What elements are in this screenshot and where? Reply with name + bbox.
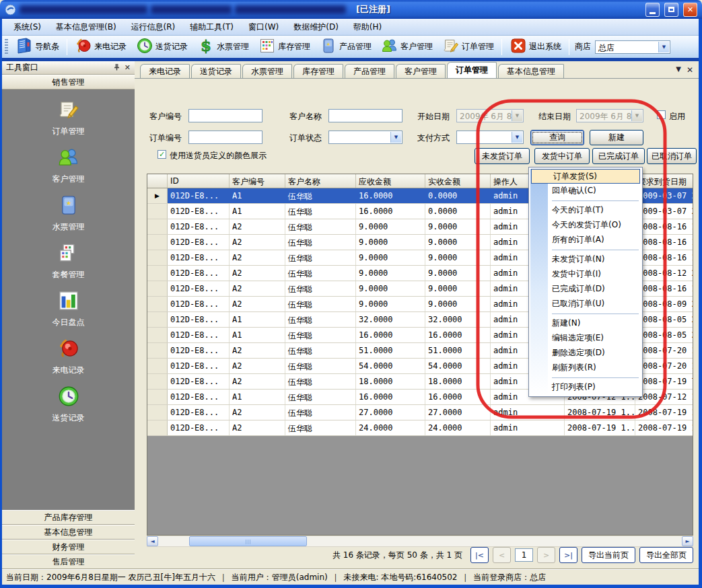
sidebar-item-bar-chart[interactable]: 今日盘点	[2, 289, 135, 328]
menubar-item[interactable]: 运行信息(R)	[124, 20, 183, 35]
page-number-input[interactable]	[515, 548, 533, 562]
context-menu-item[interactable]: 打印列表(P)	[530, 380, 641, 395]
context-menu-item[interactable]: 所有的订单(A)	[530, 233, 641, 248]
statusbar-segment: 未接来电: 本地号码:61640502	[344, 572, 458, 583]
context-menu-item[interactable]: 已取消订单(U)	[530, 297, 641, 311]
first-page-button[interactable]: |<	[470, 547, 489, 563]
toolbar-button-product-card[interactable]: ★产品管理	[315, 36, 376, 58]
sidebar-item-delivery-clock[interactable]: 送货记录	[2, 385, 135, 424]
grid-column-header[interactable]: 客户名称	[285, 174, 356, 188]
export-current-page-button[interactable]: 导出当前页	[582, 547, 635, 563]
shop-select[interactable]: 总店▼	[595, 40, 670, 54]
row-selector-cell	[147, 219, 168, 234]
context-menu-item[interactable]: 回单确认(C)	[530, 184, 641, 198]
tab-水票管理[interactable]: 水票管理	[242, 64, 292, 78]
context-menu-item[interactable]: 刷新列表(R)	[530, 361, 641, 375]
enable-checkbox[interactable]	[657, 110, 666, 119]
customer-name-label: 客户名称	[289, 111, 322, 122]
toolbar-button-inventory-grid[interactable]: 库存管理	[254, 36, 315, 58]
grid-column-header[interactable]: 实收金额	[425, 174, 491, 188]
toolbar-button-dollar[interactable]: $水票管理	[192, 36, 254, 58]
grid-column-header[interactable]: 要求到货日期	[635, 174, 693, 188]
end-date-picker[interactable]: 2009年 6月 8日 ▼	[576, 109, 643, 122]
tab-订单管理[interactable]: 订单管理	[447, 62, 497, 78]
sidebar-section-button[interactable]: 财务管理	[2, 540, 135, 554]
order-no-input[interactable]	[188, 131, 262, 144]
table-row[interactable]: 012D-E8...A2伍华聪27.000027.0000admin2008-0…	[147, 405, 693, 420]
context-menu-item[interactable]: 编辑选定项(E)	[530, 331, 641, 346]
deliveryman-color-checkbox[interactable]: ✓	[157, 150, 166, 159]
next-page-button[interactable]: >	[537, 547, 555, 563]
order-context-menu: 订单发货(S)回单确认(C)今天的订单(T)今天的发货订单(O)所有的订单(A)…	[528, 167, 643, 397]
toolbar-button-exit[interactable]: 退出系统	[505, 36, 566, 58]
grid-column-header[interactable]: 应收金额	[356, 174, 425, 188]
query-button[interactable]: 查询	[530, 130, 584, 145]
context-menu-item[interactable]: 已完成订单(D)	[530, 282, 641, 297]
status-filter-button[interactable]: 发货中订单	[534, 148, 590, 164]
status-filter-button[interactable]: 未发货订单	[475, 148, 530, 164]
prev-page-button[interactable]: <	[493, 547, 511, 563]
sidebar-section-button[interactable]: 售后管理	[2, 554, 135, 569]
payment-select[interactable]: ▼	[456, 131, 524, 144]
sidebar-item-package-grid[interactable]: 套餐管理	[2, 242, 135, 281]
menubar-item[interactable]: 帮助(H)	[346, 20, 389, 35]
table-cell: A2	[230, 297, 285, 311]
sidebar-section-button[interactable]: 基本信息管理	[2, 525, 135, 540]
context-menu-item[interactable]: 发货中订单(I)	[530, 267, 641, 282]
menubar-item[interactable]: 数据维护(D)	[286, 20, 346, 35]
table-cell: 24.0000	[356, 420, 425, 435]
context-menu-item[interactable]: 今天的发货订单(O)	[530, 218, 641, 233]
menubar-item[interactable]: 辅助工具(T)	[182, 20, 241, 35]
sidebar-section-header[interactable]: 销售管理	[2, 75, 135, 89]
sidebar-close-icon[interactable]: ✕	[125, 64, 131, 71]
customer-no-input[interactable]	[188, 109, 262, 122]
status-filter-button[interactable]: 已取消订单	[647, 148, 697, 164]
sidebar-item-order-pen[interactable]: 订单管理	[2, 98, 135, 137]
title-bar: [已注册] ✕	[0, 0, 702, 19]
last-page-button[interactable]: >|	[559, 547, 577, 563]
menubar-item[interactable]: 基本信息管理(B)	[48, 20, 124, 35]
context-menu-item[interactable]: 删除选定项(D)	[530, 346, 641, 361]
toolbar-button-order-pen[interactable]: 订单管理	[437, 36, 499, 58]
tab-库存管理[interactable]: 库存管理	[293, 64, 343, 78]
status-filter-button[interactable]: 已完成订单	[592, 148, 645, 164]
masked-title-segment	[235, 5, 346, 14]
menubar-item[interactable]: 窗口(W)	[241, 20, 286, 35]
context-menu-item[interactable]: 新建(N)	[530, 316, 641, 331]
sidebar-section-button[interactable]: 产品库存管理	[2, 510, 135, 525]
minimize-button[interactable]	[645, 3, 660, 17]
maximize-button[interactable]	[664, 3, 678, 17]
customer-name-input[interactable]	[328, 109, 402, 122]
statusbar-separator: ｜	[461, 572, 469, 583]
table-cell: 0.0000	[425, 188, 491, 203]
tab-dropdown-icon[interactable]: ▼	[676, 65, 681, 73]
toolbar-button-customers[interactable]: 客户管理	[376, 36, 437, 58]
context-menu-item[interactable]: 订单发货(S)	[531, 169, 640, 184]
sidebar-item-water-card[interactable]: ★水票管理	[2, 194, 135, 233]
chevron-down-icon: ▼	[390, 132, 401, 143]
sidebar-item-customers[interactable]: 客户管理	[2, 146, 135, 185]
table-row[interactable]: 012D-E8...A2伍华聪24.000024.0000admin2008-0…	[147, 420, 693, 436]
toolbar-button-alarm-bell[interactable]: 来电记录	[70, 36, 131, 58]
export-all-pages-button[interactable]: 导出全部页	[639, 547, 693, 563]
sidebar-item-alarm-bell[interactable]: 来电记录	[2, 337, 135, 376]
grid-column-header[interactable]: 客户编号	[230, 174, 285, 188]
tab-送货记录[interactable]: 送货记录	[191, 64, 241, 78]
tab-客户管理[interactable]: 客户管理	[396, 64, 446, 78]
new-button[interactable]: 新建	[590, 130, 643, 145]
start-date-picker[interactable]: 2009年 6月 8日 ▼	[456, 109, 524, 122]
order-status-select[interactable]: ▼	[328, 131, 402, 144]
tab-来电记录[interactable]: 来电记录	[140, 64, 190, 78]
tab-close-icon[interactable]: ✕	[687, 65, 693, 75]
menubar-item[interactable]: 系统(S)	[6, 20, 48, 35]
tab-产品管理[interactable]: 产品管理	[345, 64, 394, 78]
pin-icon[interactable]	[113, 63, 120, 72]
context-menu-item[interactable]: 今天的订单(T)	[530, 203, 641, 218]
tab-基本信息管理[interactable]: 基本信息管理	[498, 64, 564, 78]
chevron-down-icon[interactable]: ▼	[658, 42, 669, 52]
toolbar-button-navigator-book[interactable]: 导航条	[11, 36, 64, 58]
grid-column-header[interactable]: ID	[168, 174, 230, 188]
toolbar-button-delivery-clock[interactable]: 送货记录	[131, 36, 192, 58]
close-button[interactable]: ✕	[683, 3, 697, 17]
context-menu-item[interactable]: 未发货订单(N)	[530, 252, 641, 267]
